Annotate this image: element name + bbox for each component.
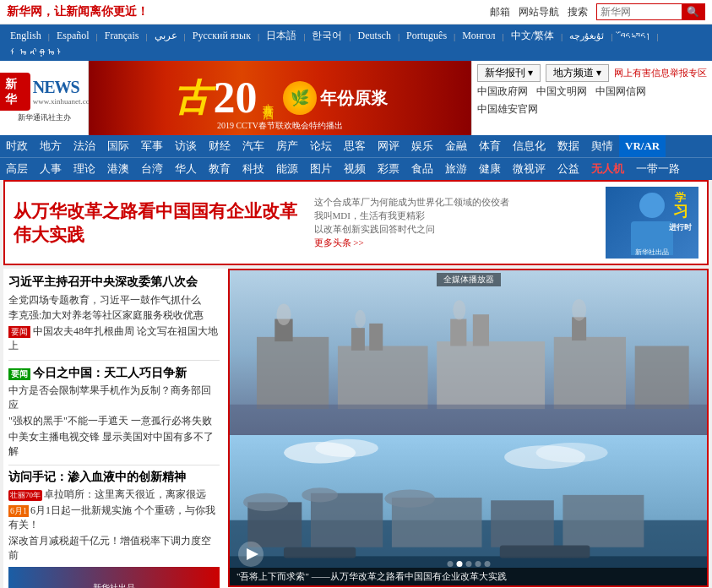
sitemap-link[interactable]: 网站导航 xyxy=(519,5,559,19)
top-bar-right: 邮箱 网站导航 搜索 🔍 xyxy=(490,3,705,20)
nav-sike[interactable]: 思客 xyxy=(338,135,372,157)
nav-qiche[interactable]: 汽车 xyxy=(236,135,270,157)
nav-yuqing[interactable]: 舆情 xyxy=(585,135,619,157)
nav-keji[interactable]: 科技 xyxy=(236,158,270,180)
lang-arabic[interactable]: عربي xyxy=(151,30,181,42)
play-button[interactable] xyxy=(238,542,264,567)
svg-rect-6 xyxy=(437,341,545,409)
dot-1[interactable] xyxy=(447,561,453,567)
headline-4-text[interactable]: 中国农夫48年扎根曲周 论文写在祖国大地上 xyxy=(8,325,218,351)
headline-2[interactable]: 全党四场专题教育，习近平一鼓作气抓什么 xyxy=(8,293,220,308)
lang-uyghur[interactable]: ئۇيغۇرچە xyxy=(566,30,607,41)
promo-title[interactable]: 从万华改革之路看中国国有企业改革伟大实践 xyxy=(14,199,306,247)
promo-subs: 这个合成革厂为何能成为世界化工领域的佼佼者 我叫MDI，生活有我更精彩 以改革创… xyxy=(306,196,606,250)
nav-jiaoyu[interactable]: 教育 xyxy=(203,158,236,180)
nav-uav[interactable]: 无人机 xyxy=(585,158,630,180)
sub-3[interactable]: 中美女主播电视交锋 显示美国对中国有多不了解 xyxy=(8,430,220,459)
nav-gongyi[interactable]: 公益 xyxy=(552,158,585,180)
search-input[interactable] xyxy=(597,4,682,19)
promo-sub3[interactable]: 以改革创新实践回答时代之问 xyxy=(314,223,606,236)
lang-japanese[interactable]: 日本語 xyxy=(263,29,300,43)
headline-1[interactable]: 习近平主持召开中央深改委第八次会 xyxy=(8,274,220,291)
nav-caijing[interactable]: 财经 xyxy=(203,135,236,157)
nav-yule[interactable]: 娱乐 xyxy=(405,135,439,157)
dot-4[interactable] xyxy=(475,561,481,567)
more-link[interactable]: 更多头条 >> xyxy=(314,237,364,248)
dot-5[interactable] xyxy=(484,561,490,567)
nav-tiyu[interactable]: 体育 xyxy=(473,135,507,157)
headline-3[interactable]: 李克强:加大对养老等社区家庭服务税收优惠 xyxy=(8,308,220,323)
lang-espanol[interactable]: Español xyxy=(53,30,93,42)
lang-mongolian2[interactable]: ᠮᠣᠩᠭᠣᠯ xyxy=(7,46,69,57)
sub-5-text[interactable]: 6月1日起一批新规实施 个个重磅，与你我有关！ xyxy=(8,504,215,531)
nav-belt-road[interactable]: 一带一路 xyxy=(630,158,686,180)
nav-caipiao[interactable]: 彩票 xyxy=(372,158,405,180)
nav-shuju[interactable]: 数据 xyxy=(552,135,585,157)
nav-junshi[interactable]: 军事 xyxy=(135,135,169,157)
nav-lvyou[interactable]: 旅游 xyxy=(439,158,473,180)
lang-chinese-trad[interactable]: 中文/繁体 xyxy=(508,29,557,43)
promo-sub1[interactable]: 这个合成革厂为何能成为世界化工领域的佼佼者 xyxy=(314,196,606,209)
nav-gaoceng[interactable]: 高层 xyxy=(0,158,34,180)
nav-fangchan[interactable]: 房产 xyxy=(270,135,304,157)
search-button[interactable]: 🔍 xyxy=(682,4,704,19)
nav-renshi[interactable]: 人事 xyxy=(34,158,68,180)
nav-shipin[interactable]: 视频 xyxy=(338,158,372,180)
lang-deutsch[interactable]: Deutsch xyxy=(355,30,394,42)
nav-fangtan[interactable]: 访谈 xyxy=(169,135,203,157)
rp-link-civilization[interactable]: 中国文明网 xyxy=(536,84,587,99)
ad-emblem: 🌿 xyxy=(283,81,317,115)
nav-guoji[interactable]: 国际 xyxy=(101,135,135,157)
nav-jiankang[interactable]: 健康 xyxy=(473,158,507,180)
nav-xinxihua[interactable]: 信息化 xyxy=(507,135,552,157)
local-channel-btn[interactable]: 地方频道 ▾ xyxy=(546,64,609,82)
nav-difang[interactable]: 地方 xyxy=(34,135,68,157)
lang-portuguese[interactable]: Português xyxy=(403,30,450,42)
nav-weishi[interactable]: 微视评 xyxy=(507,158,552,180)
nav-wangping[interactable]: 网评 xyxy=(372,135,405,157)
nav-gangao[interactable]: 港澳 xyxy=(101,158,135,180)
mailbox-link[interactable]: 邮箱 xyxy=(490,5,510,19)
rp-link-gov[interactable]: 中国政府网 xyxy=(477,84,528,99)
lang-francais[interactable]: Français xyxy=(101,30,143,42)
bottom-ad[interactable]: 新华社出品 xyxy=(8,567,220,588)
svg-point-30 xyxy=(384,489,435,507)
rp-link-cyberspace[interactable]: 中国网信网 xyxy=(595,84,646,99)
today-china-text[interactable]: 今日之中国：天工人巧日争新 xyxy=(33,367,187,379)
nav-lilun[interactable]: 理论 xyxy=(68,158,101,180)
nav-shipin2[interactable]: 食品 xyxy=(405,158,439,180)
xinhua-daily-btn[interactable]: 新华报刊 ▾ xyxy=(477,64,541,82)
nav-jinrong[interactable]: 金融 xyxy=(439,135,473,157)
sub-2[interactable]: "强权的黑手"不能一手遮天 一意孤行必将失败 xyxy=(8,414,220,428)
dropdown-icon2: ▾ xyxy=(596,67,601,79)
news-section-main: 习近平主持召开中央深改委第八次会 全党四场专题教育，习近平一鼓作气抓什么 李克强… xyxy=(8,274,220,353)
nav-taiwan[interactable]: 台湾 xyxy=(135,158,169,180)
lang-russian[interactable]: Русский язык xyxy=(189,30,254,42)
lang-mongolian[interactable]: Монгол xyxy=(459,30,498,42)
dot-2[interactable] xyxy=(456,561,462,567)
ad-banner[interactable]: 古 20 古井贡酒 🌿 年份原浆 2019 CCTV春节联欢晚会特约播出 xyxy=(89,61,471,135)
lang-korean[interactable]: 한국어 xyxy=(308,29,345,43)
video-label: 全媒体播放器 xyxy=(437,273,501,286)
language-bar: English | Español | Français | عربي | Ру… xyxy=(0,24,712,61)
rp-link-xiongan[interactable]: 中国雄安官网 xyxy=(477,102,538,117)
nav-nengyuan[interactable]: 能源 xyxy=(270,158,304,180)
xinhua-icon: 新华 xyxy=(0,73,30,111)
nav-vr[interactable]: VR/AR xyxy=(619,135,666,157)
sub-6[interactable]: 深改首月减税超千亿元！增值税率下调力度空前 xyxy=(8,534,220,563)
nav-fazhi[interactable]: 法治 xyxy=(68,135,101,157)
lang-tibetan[interactable]: བོད་སྐད། xyxy=(617,31,654,41)
online-ad-link[interactable]: 网上有害信息举报专区 xyxy=(614,67,707,79)
nav-tupian[interactable]: 图片 xyxy=(304,158,338,180)
visit-title-text[interactable]: 访问手记：渗入血液中的创新精神 xyxy=(8,471,186,483)
sub-1[interactable]: 中方是否会限制苹果手机作为反制？商务部回应 xyxy=(8,384,220,412)
svg-rect-27 xyxy=(563,495,644,547)
lang-english[interactable]: English xyxy=(7,30,45,42)
svg-rect-32 xyxy=(284,547,356,558)
promo-sub2[interactable]: 我叫MDI，生活有我更精彩 xyxy=(314,210,606,222)
nav-luntan[interactable]: 论坛 xyxy=(304,135,338,157)
dot-3[interactable] xyxy=(465,561,471,567)
nav-shizhen[interactable]: 时政 xyxy=(0,135,34,157)
nav-huaren[interactable]: 华人 xyxy=(169,158,203,180)
sub-4-text[interactable]: 卓拉哨所：这里离天很近，离家很远 xyxy=(44,488,206,500)
